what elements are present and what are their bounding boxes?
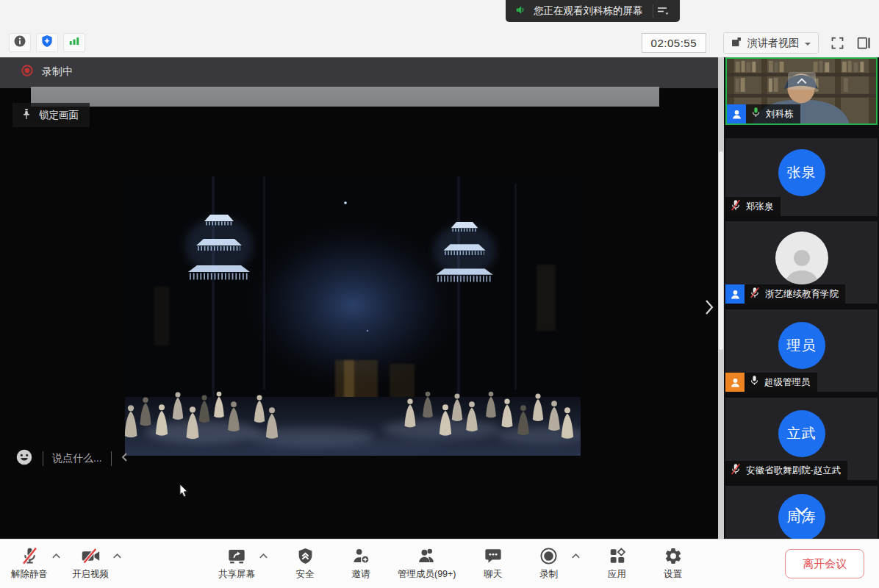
chat-icon: [484, 545, 503, 566]
shield-plus-icon: [40, 34, 54, 51]
participant-tile[interactable]: 浙艺继续教育学院: [725, 221, 878, 304]
share-options-chevron-icon[interactable]: [259, 553, 268, 559]
share-screen-icon: [226, 545, 247, 566]
chat-input[interactable]: 说点什么...: [52, 452, 102, 465]
members-icon: [417, 545, 437, 566]
host-badge-icon: [725, 373, 745, 392]
scrollbar-handle[interactable]: [719, 151, 723, 350]
bottom-toolbar: 解除静音 开启视频: [0, 539, 879, 588]
emoji-icon[interactable]: [15, 448, 34, 470]
collapse-chat-icon[interactable]: [121, 452, 128, 465]
mic-muted-icon: [730, 199, 742, 215]
mic-muted-icon: [730, 463, 742, 478]
chevron-down-icon[interactable]: [794, 505, 810, 518]
toolbar-label: 设置: [664, 568, 682, 581]
pin-icon: [21, 108, 32, 123]
invite-icon: [351, 545, 371, 566]
apps-button[interactable]: 应用: [598, 545, 636, 581]
mic-on-icon: [750, 107, 761, 121]
participant-name-bar: 浙艺继续教育学院: [725, 284, 845, 304]
settings-icon: [664, 545, 683, 566]
toolbar-label: 管理成员(99+): [398, 568, 456, 581]
record-options-chevron-icon[interactable]: [571, 553, 581, 559]
participants-panel: 刘科栋 张泉 郑张泉: [724, 57, 879, 539]
unmute-button[interactable]: 解除静音: [10, 545, 49, 581]
info-icon: [12, 34, 27, 51]
participant-tile-video[interactable]: 刘科栋: [725, 57, 878, 125]
recording-indicator: 录制中: [21, 64, 73, 79]
avatar: 立武: [778, 410, 825, 457]
toolbar-label: 应用: [608, 568, 626, 581]
next-page-icon[interactable]: [703, 297, 715, 320]
divider: [43, 451, 43, 466]
participant-tile[interactable]: 理员 超级管理员: [725, 309, 878, 392]
speaker-view-icon: [731, 36, 742, 50]
manage-members-button[interactable]: 管理成员(99+): [398, 545, 456, 581]
view-mode-selector[interactable]: 演讲者视图: [723, 32, 819, 54]
share-screen-button[interactable]: 共享屏幕: [218, 545, 256, 581]
security-button[interactable]: 安全: [286, 545, 324, 581]
participant-name: 浙艺继续教育学院: [765, 288, 839, 301]
toolbar-label: 录制: [539, 568, 558, 581]
fullscreen-button[interactable]: [830, 35, 845, 51]
chevron-down-icon: [804, 37, 811, 49]
participant-name: 超级管理员: [764, 376, 811, 389]
screen-watching-banner[interactable]: 您正在观看刘科栋的屏幕: [506, 0, 680, 22]
settings-button[interactable]: 设置: [654, 545, 692, 581]
mouse-cursor: [179, 484, 189, 501]
member-badge-icon: [727, 104, 746, 123]
toolbar-center-group: 共享屏幕 安全 邀请: [218, 545, 692, 581]
participant-name-bar: 郑张泉: [725, 197, 781, 216]
toolbar-label: 解除静音: [11, 568, 48, 581]
recording-label: 录制中: [42, 65, 73, 79]
header-bar: 02:05:55 演讲者视图: [0, 0, 879, 57]
participant-name-bar: 刘科栋: [727, 104, 800, 123]
meeting-info-button[interactable]: [9, 33, 31, 52]
record-icon: [539, 545, 559, 566]
quick-chat-bar: 说点什么...: [15, 447, 128, 470]
shared-screen-area: 录制中 锁定画面: [0, 57, 718, 539]
banner-menu-icon[interactable]: [653, 4, 672, 18]
leave-meeting-button[interactable]: 离开会议: [785, 549, 864, 578]
network-status-button[interactable]: [63, 33, 85, 52]
mic-muted-icon: [20, 545, 40, 566]
toolbar-label: 邀请: [352, 568, 370, 581]
view-mode-label: 演讲者视图: [747, 37, 799, 50]
participant-tile[interactable]: 张泉 郑张泉: [725, 138, 878, 216]
chevron-up-icon[interactable]: [788, 72, 816, 90]
participant-name-bar: 超级管理员: [725, 373, 817, 392]
security-level-button[interactable]: [36, 33, 58, 52]
toolbar-label: 安全: [296, 568, 315, 581]
pinned-view-badge[interactable]: 锁定画面: [12, 103, 90, 127]
shared-window-bar: [31, 87, 659, 107]
pin-label: 锁定画面: [39, 109, 79, 122]
apps-icon: [608, 545, 627, 566]
participant-name: 安徽省歌舞剧院-赵立武: [746, 465, 841, 477]
header-left-icons: [9, 33, 85, 52]
stage-performance-video: [125, 176, 581, 456]
participants-scrollbar[interactable]: [718, 57, 724, 539]
participant-tile[interactable]: 周涛: [725, 486, 878, 539]
member-badge-icon: [725, 284, 745, 304]
security-shield-icon: [296, 545, 315, 566]
speaker-icon: [514, 4, 527, 19]
record-button[interactable]: 录制: [530, 545, 568, 581]
toolbar-label: 聊天: [484, 568, 502, 581]
participant-name-bar: 安徽省歌舞剧院-赵立武: [725, 461, 847, 480]
meeting-window: 02:05:55 演讲者视图 您正在观看刘科栋的屏幕: [0, 0, 879, 588]
video-options-chevron-icon[interactable]: [112, 553, 122, 559]
participant-tile[interactable]: 立武 安徽省歌舞剧院-赵立武: [725, 398, 878, 480]
chat-button[interactable]: 聊天: [474, 545, 512, 581]
mic-options-chevron-icon[interactable]: [51, 553, 61, 559]
header-right-controls: 02:05:55 演讲者视图: [642, 32, 872, 54]
side-panel-toggle-button[interactable]: [856, 35, 872, 51]
toolbar-label: 开启视频: [72, 568, 109, 581]
shared-screen-top-strip: [0, 57, 718, 88]
signal-bars-icon: [67, 34, 82, 51]
recording-icon: [21, 64, 34, 79]
invite-button[interactable]: 邀请: [342, 545, 380, 581]
participant-name: 郑张泉: [746, 201, 774, 213]
start-video-button[interactable]: 开启视频: [71, 545, 110, 581]
main-content: 录制中 锁定画面: [0, 57, 879, 539]
toolbar-left-group: 解除静音 开启视频: [10, 545, 122, 581]
